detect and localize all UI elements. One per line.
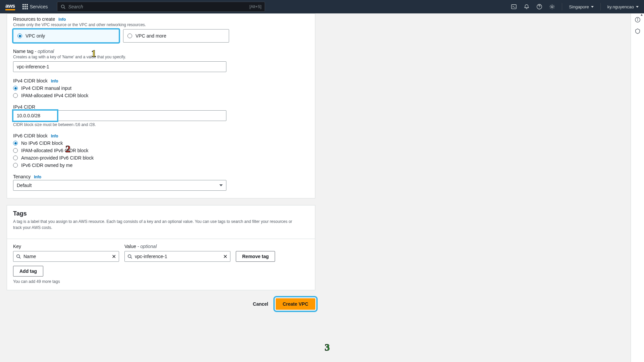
tenancy-label: Tenancy (13, 174, 31, 179)
radio-icon (13, 148, 18, 153)
add-tag-button[interactable]: Add tag (13, 266, 43, 277)
vpc-settings-panel: Resources to create Info Create only the… (7, 13, 315, 198)
ipv4-cidr-hint: CIDR block size must be between /16 and … (13, 122, 309, 127)
ipv6-block-section: IPv6 CIDR block Info No IPv6 CIDR block … (13, 133, 309, 168)
svg-point-7 (128, 255, 131, 258)
chevron-down-icon (591, 6, 594, 8)
right-side-dock: ▲ (631, 13, 644, 362)
form-footer: Cancel Create VPC (7, 297, 315, 314)
ipv4-cidr-label: IPv4 CIDR (13, 104, 35, 110)
clear-icon[interactable]: ✕ (112, 253, 116, 260)
notifications-icon[interactable] (524, 4, 530, 10)
tag-value-label: Value - optional (124, 244, 230, 249)
tags-panel: Tags A tag is a label that you assign to… (7, 205, 315, 290)
remove-tag-button[interactable]: Remove tag (236, 251, 275, 262)
ipv4-cidr-input[interactable] (13, 111, 57, 121)
radio-icon (13, 93, 18, 98)
name-tag-hint: Creates a tag with a key of 'Name' and a… (13, 55, 309, 59)
ipv6-block-label: IPv6 CIDR block (13, 133, 48, 138)
services-label: Services (30, 4, 48, 9)
chevron-down-icon (636, 6, 639, 8)
svg-point-11 (637, 18, 638, 19)
grid-icon (22, 4, 28, 9)
global-search-input[interactable]: Search [Alt+S] (57, 2, 265, 12)
ipv6-ipam-label: IPAM-allocated IPv6 CIDR block (21, 148, 88, 153)
name-tag-input[interactable] (13, 61, 226, 72)
tags-footnote: You can add 49 more tags (13, 279, 309, 284)
ipv4-ipam-label: IPAM-allocated IPv4 CIDR block (21, 93, 88, 98)
ipv4-manual-radio[interactable]: IPv4 CIDR manual input (13, 85, 309, 91)
tenancy-value: Default (17, 183, 32, 188)
resources-label: Resources to create (13, 16, 55, 22)
search-icon (16, 254, 21, 259)
tag-key-value: Name (23, 254, 109, 259)
ipv4-manual-label: IPv4 CIDR manual input (21, 85, 71, 91)
tag-key-input[interactable]: Name ✕ (13, 251, 119, 262)
ipv6-amazon-label: Amazon-provided IPv6 CIDR block (21, 155, 94, 161)
region-label: Singapore (569, 4, 589, 9)
ipv6-none-label: No IPv6 CIDR block (21, 140, 63, 146)
ipv4-ipam-radio[interactable]: IPAM-allocated IPv4 CIDR block (13, 93, 309, 98)
nav-separator (562, 3, 562, 10)
services-menu-button[interactable]: Services (20, 2, 50, 11)
option-vpc-only-label: VPC only (25, 33, 45, 39)
name-tag-label: Name tag - optional (13, 49, 54, 54)
resources-info-link[interactable]: Info (58, 17, 66, 22)
radio-icon (13, 141, 18, 145)
tags-title: Tags (13, 210, 309, 217)
help-icon[interactable] (536, 4, 542, 10)
cancel-button[interactable]: Cancel (251, 299, 270, 309)
radio-icon (127, 34, 132, 38)
option-vpc-and-more-label: VPC and more (136, 33, 166, 39)
info-panel-icon[interactable] (635, 17, 641, 23)
radio-icon (13, 163, 18, 168)
user-label: ky.nguyencao (607, 4, 634, 9)
nav-separator (600, 3, 601, 10)
tags-description: A tag is a label that you assign to an A… (13, 219, 309, 231)
create-vpc-button[interactable]: Create VPC (276, 298, 315, 310)
cloudshell-icon[interactable] (511, 4, 517, 10)
collapse-icon[interactable]: ▲ (640, 13, 643, 16)
user-menu[interactable]: ky.nguyencao (607, 4, 639, 9)
settings-icon[interactable] (549, 4, 555, 10)
radio-icon (17, 34, 22, 38)
region-selector[interactable]: Singapore (569, 4, 593, 9)
search-placeholder: Search (68, 4, 249, 9)
ipv6-amazon-radio[interactable]: Amazon-provided IPv6 CIDR block (13, 155, 309, 161)
svg-line-1 (64, 8, 65, 9)
ipv6-owned-radio[interactable]: IPv6 CIDR owned by me (13, 163, 309, 168)
radio-icon (13, 86, 18, 90)
ipv4-block-section: IPv4 CIDR block Info IPv4 CIDR manual in… (13, 78, 309, 98)
resources-hint: Create only the VPC resource or the VPC … (13, 22, 309, 27)
svg-point-0 (61, 5, 64, 8)
name-tag-section: Name tag - optional Creates a tag with a… (13, 49, 309, 72)
svg-line-8 (131, 257, 132, 259)
search-icon (61, 4, 65, 9)
ipv4-cidr-section: IPv4 CIDR CIDR block size must be betwee… (13, 104, 309, 127)
tenancy-info-link[interactable]: Info (34, 175, 41, 179)
chevron-down-icon (219, 184, 223, 186)
ipv4-block-info-link[interactable]: Info (51, 79, 58, 83)
annotation-callout-1: 1 (91, 48, 96, 59)
ipv4-block-label: IPv4 CIDR block (13, 78, 48, 83)
ipv6-none-radio[interactable]: No IPv6 CIDR block (13, 140, 309, 146)
clear-icon[interactable]: ✕ (223, 253, 227, 260)
tag-key-label: Key (13, 244, 119, 249)
audit-panel-icon[interactable] (635, 28, 641, 34)
tag-value-value: vpc-inference-1 (135, 254, 220, 259)
resources-to-create-section: Resources to create Info Create only the… (13, 16, 309, 43)
ipv6-owned-label: IPv6 CIDR owned by me (21, 163, 72, 168)
search-icon (127, 254, 132, 259)
option-vpc-and-more[interactable]: VPC and more (123, 29, 229, 43)
tenancy-select[interactable]: Default (13, 180, 226, 191)
top-navigation: aws Services Search [Alt+S] Singapore (0, 0, 644, 13)
tag-value-input[interactable]: vpc-inference-1 ✕ (124, 251, 230, 262)
tenancy-section: Tenancy Info Default (13, 174, 309, 191)
svg-point-4 (551, 6, 553, 7)
aws-logo[interactable]: aws (5, 3, 15, 10)
ipv6-ipam-radio[interactable]: IPAM-allocated IPv6 CIDR block (13, 148, 309, 153)
annotation-callout-3: 3 (325, 342, 330, 353)
ipv6-block-info-link[interactable]: Info (51, 134, 58, 138)
svg-point-5 (17, 255, 20, 258)
option-vpc-only[interactable]: VPC only (13, 29, 119, 43)
